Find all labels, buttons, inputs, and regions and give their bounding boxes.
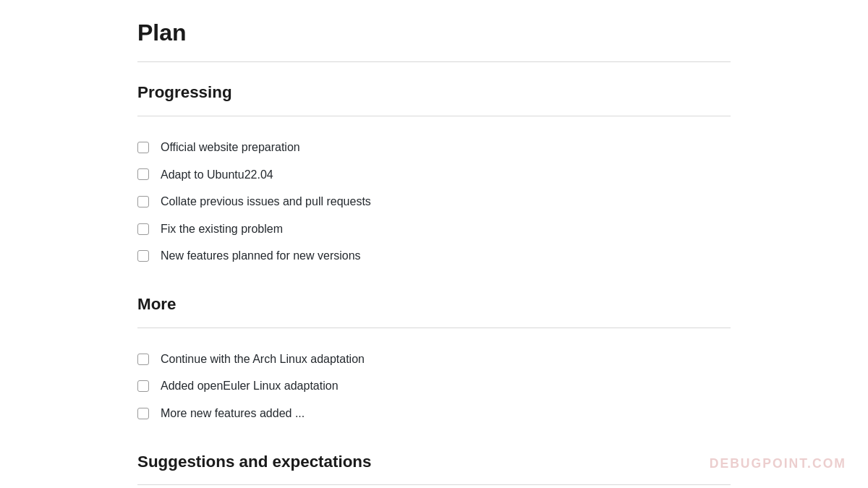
checkbox-icon[interactable]	[137, 168, 149, 180]
checkbox-icon[interactable]	[137, 196, 149, 207]
list-item-label: Fix the existing problem	[161, 220, 283, 239]
section-suggestions: Suggestions and expectationsIf you have …	[137, 449, 731, 488]
list-item: Added openEuler Linux adaptation	[137, 372, 731, 400]
list-item: Adapt to Ubuntu22.04	[137, 161, 731, 189]
list-item: Fix the existing problem	[137, 215, 731, 243]
list-item-label: Continue with the Arch Linux adaptation	[161, 350, 365, 369]
checklist-progressing: Official website preparationAdapt to Ubu…	[137, 134, 731, 270]
list-item-label: Added openEuler Linux adaptation	[161, 377, 339, 395]
checkbox-icon[interactable]	[137, 380, 149, 392]
list-item: Continue with the Arch Linux adaptation	[137, 346, 731, 373]
list-item-label: More new features added ...	[161, 404, 305, 423]
checklist-more: Continue with the Arch Linux adaptationA…	[137, 346, 731, 427]
list-item-label: Official website preparation	[161, 138, 300, 157]
list-item-label: Adapt to Ubuntu22.04	[161, 166, 273, 184]
checkbox-icon[interactable]	[137, 354, 149, 365]
title-divider	[137, 61, 731, 62]
section-title-suggestions: Suggestions and expectations	[137, 449, 731, 475]
list-item: Collate previous issues and pull request…	[137, 188, 731, 215]
list-item: Official website preparation	[137, 134, 731, 161]
list-item-label: Collate previous issues and pull request…	[161, 192, 371, 211]
page-title: Plan	[137, 14, 731, 51]
section-title-progressing: Progressing	[137, 80, 731, 106]
section-divider-progressing	[137, 116, 731, 116]
main-container: Plan ProgressingOfficial website prepara…	[51, 0, 817, 488]
section-divider-suggestions	[137, 484, 731, 485]
section-title-more: More	[137, 291, 731, 317]
list-item: More new features added ...	[137, 400, 731, 427]
checkbox-icon[interactable]	[137, 223, 149, 235]
section-more: MoreContinue with the Arch Linux adaptat…	[137, 291, 731, 427]
sections-wrapper: ProgressingOfficial website preparationA…	[137, 80, 731, 488]
checkbox-icon[interactable]	[137, 408, 149, 419]
checkbox-icon[interactable]	[137, 142, 149, 153]
list-item: New features planned for new versions	[137, 242, 731, 270]
checkbox-icon[interactable]	[137, 250, 149, 262]
section-divider-more	[137, 328, 731, 328]
section-progressing: ProgressingOfficial website preparationA…	[137, 80, 731, 270]
list-item-label: New features planned for new versions	[161, 247, 361, 265]
